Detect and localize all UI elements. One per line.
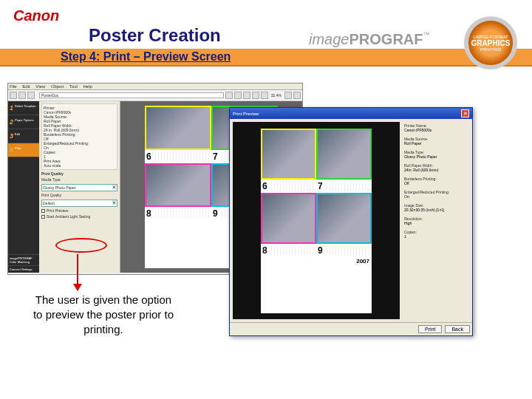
cal-grid xyxy=(324,182,370,191)
cell-8: 8 xyxy=(145,163,211,221)
tb-copy-icon[interactable] xyxy=(234,92,242,99)
imageprograf-brand: imagePROGRAF™ xyxy=(309,31,429,48)
print-quality-label: Print Quality xyxy=(41,193,117,197)
menubar[interactable]: File Edit View Object Tool Help xyxy=(8,83,302,90)
sum-18: Auto scale xyxy=(44,163,115,168)
cal-grid xyxy=(324,246,370,255)
step-label: Select Template xyxy=(15,104,35,108)
daynum: 8 xyxy=(146,208,151,219)
cell-6: 6 xyxy=(145,106,211,163)
graphics-printing-badge: LARGE-FORMAT GRAPHICS PRINTING xyxy=(464,16,517,69)
tb-zoomout-icon[interactable] xyxy=(293,92,301,99)
info-v: Glossy Photo Paper xyxy=(404,154,468,159)
toolbar: PosterDoc 32.4% xyxy=(8,90,302,101)
info-v: 24in. Roll (609.6mm) xyxy=(404,168,468,172)
step-1[interactable]: 1Select Template xyxy=(8,101,39,115)
info-v: 1 xyxy=(404,234,468,239)
step-3[interactable]: 3Edit xyxy=(8,129,39,143)
info-v: On xyxy=(404,194,468,199)
menu-help[interactable]: Help xyxy=(83,84,92,89)
chk-label: Print Preview xyxy=(47,208,68,213)
daynum: 7 xyxy=(213,151,218,162)
zoom-value: 32.4% xyxy=(271,93,282,98)
info-v: Roll Paper xyxy=(404,141,468,146)
badge-mid: GRAPHICS xyxy=(471,39,511,47)
pcell-7: 7 xyxy=(316,129,372,193)
step-2[interactable]: 2Paper Options xyxy=(8,115,39,129)
print-preview-dialog: Print Preview ✕ 6 7 8 9 2007 Printer Nam… xyxy=(229,107,473,336)
cal-grid xyxy=(269,182,315,191)
pcell-6: 6 xyxy=(261,129,316,193)
dialog-titlebar[interactable]: Print Preview ✕ xyxy=(230,108,472,119)
dialog-footer: Print Back xyxy=(230,322,472,335)
step-4[interactable]: 4Print xyxy=(8,143,39,157)
tb-new-icon[interactable] xyxy=(10,92,17,99)
step-num: 1 xyxy=(10,104,13,112)
step-label: Print xyxy=(15,146,21,150)
tb-zoomin-icon[interactable] xyxy=(284,92,292,99)
color-management[interactable]: imagePROGRAFColor Matching xyxy=(8,254,39,265)
cal-grid xyxy=(269,246,315,255)
tb-cut-icon[interactable] xyxy=(225,92,233,99)
checkbox-icon xyxy=(41,209,45,213)
daynum: 7 xyxy=(318,181,323,191)
brand-a: image xyxy=(309,31,349,47)
close-icon[interactable]: ✕ xyxy=(461,109,469,117)
callout-arrow xyxy=(77,254,78,285)
step-subtitle: Step 4: Print – Preview Screen xyxy=(61,49,231,65)
brand-tm: ™ xyxy=(423,31,429,38)
print-quality-combo[interactable]: Default xyxy=(41,200,117,207)
pcell-8: 8 xyxy=(261,193,316,257)
step-label: Edit xyxy=(15,132,20,136)
flower-image xyxy=(318,194,370,242)
step-num: 2 xyxy=(10,118,13,126)
step-sidebar: 1Select Template 2Paper Options 3Edit 4P… xyxy=(8,101,39,273)
preview-poster: 6 7 8 9 2007 xyxy=(261,129,372,313)
step-num: 4 xyxy=(10,146,13,154)
flower-image xyxy=(146,107,210,149)
media-type-combo[interactable]: Glossy Photo Paper xyxy=(41,184,117,191)
checkbox-icon xyxy=(41,215,45,219)
quality-heading: Print Quality xyxy=(41,171,117,176)
tb-save-icon[interactable] xyxy=(27,92,35,99)
callout-arrowhead-icon xyxy=(73,284,82,291)
menu-edit[interactable]: Edit xyxy=(22,84,30,89)
page-title: Poster Creation xyxy=(89,25,221,46)
menu-tool[interactable]: Tool xyxy=(69,84,78,89)
tb-undo-icon[interactable] xyxy=(252,92,259,99)
daynum: 9 xyxy=(318,245,323,256)
daynum: 8 xyxy=(262,245,267,256)
print-button[interactable]: Print xyxy=(418,325,442,333)
cloud-settings[interactable]: Connect Settings xyxy=(8,265,39,273)
step-num: 3 xyxy=(10,132,13,140)
preview-info-panel: Printer Name:Canon iPF8000s Media Source… xyxy=(403,122,469,319)
menu-view[interactable]: View xyxy=(35,84,45,89)
document-name: PosterDoc xyxy=(39,92,224,98)
menu-object[interactable]: Object xyxy=(51,84,64,89)
caption-text: The user is given the option to preview … xyxy=(30,293,177,337)
flower-image xyxy=(262,194,315,242)
flower-image xyxy=(262,130,315,178)
canon-logo: Canon xyxy=(13,7,59,24)
pcell-9: 9 xyxy=(316,193,372,257)
orange-bar-line xyxy=(0,65,532,66)
tb-open-icon[interactable] xyxy=(18,92,26,99)
ambient-light-checkbox[interactable]: Start Ambient Light Setting xyxy=(41,214,117,219)
print-preview-checkbox[interactable]: Print Preview xyxy=(41,208,117,213)
print-summary: Printer: Canon iPF8000s Media Source: Ro… xyxy=(41,103,117,170)
chk-label: Start Ambient Light Setting xyxy=(47,214,90,219)
callout-oval xyxy=(55,238,107,253)
preview-year: 2007 xyxy=(261,257,372,313)
info-v: Canon iPF8000s xyxy=(404,128,468,132)
preview-canvas: 6 7 8 9 2007 xyxy=(233,122,400,319)
menu-file[interactable]: File xyxy=(10,84,17,89)
tb-paste-icon[interactable] xyxy=(243,92,250,99)
tb-redo-icon[interactable] xyxy=(261,92,268,99)
brand-b: PROGRAF xyxy=(349,31,423,47)
back-button[interactable]: Back xyxy=(445,325,470,333)
dialog-title: Print Preview xyxy=(233,112,259,116)
flower-image xyxy=(318,130,370,178)
step-label: Paper Options xyxy=(15,118,34,122)
flower-image xyxy=(146,165,210,206)
cal-grid xyxy=(153,152,210,161)
